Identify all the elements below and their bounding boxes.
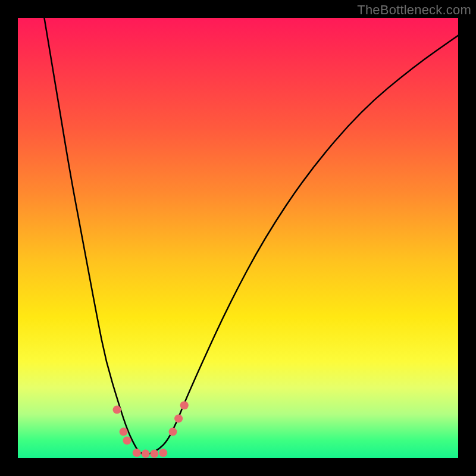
marker-dot	[123, 436, 131, 444]
marker-dot	[168, 428, 177, 436]
watermark-text: TheBottleneck.com	[357, 2, 471, 18]
marker-dot	[133, 449, 141, 457]
marker-dot	[113, 406, 121, 414]
marker-dot	[150, 450, 158, 458]
marker-dot	[142, 450, 150, 458]
chart-svg	[18, 18, 458, 458]
marker-dot	[174, 414, 183, 422]
markers-group	[113, 401, 189, 458]
marker-dot	[159, 449, 167, 457]
bottleneck-curve	[44, 18, 458, 454]
plot-area	[18, 18, 458, 458]
marker-dot	[180, 401, 189, 409]
marker-dot	[120, 428, 128, 436]
chart-frame: TheBottleneck.com	[0, 0, 476, 476]
